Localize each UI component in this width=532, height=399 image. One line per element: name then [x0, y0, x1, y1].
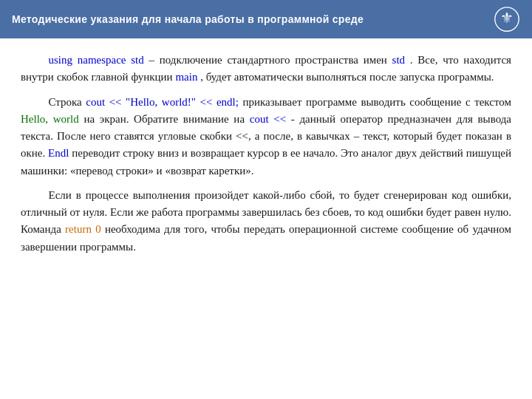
svg-text:⚜: ⚜: [500, 10, 514, 26]
code-std: std: [392, 54, 406, 66]
text-p2a: Строка: [49, 96, 86, 108]
text-p1a: – подключение стандартного пространства …: [149, 54, 392, 66]
header: Методические указания для начала работы …: [0, 0, 532, 38]
text-p2c: на экран. Обратите внимание на: [83, 113, 249, 125]
text-hello-world: Hello, world: [21, 113, 79, 125]
code-cout: cout << "Hello, world!" << endl;: [86, 96, 239, 108]
text-p2e: переводит строку вниз и возвращает курсо…: [21, 147, 511, 176]
text-endl: Endl: [48, 147, 69, 159]
content-area: using namespace std – подключение станда…: [0, 38, 532, 269]
paragraph-2: Строка cout << "Hello, world!" << endl; …: [21, 94, 511, 180]
text-p2b: приказывает программе выводить сообщение…: [242, 96, 511, 108]
header-title: Методические указания для начала работы …: [12, 13, 364, 25]
paragraph-1: using namespace std – подключение станда…: [21, 52, 511, 86]
paragraph-3: Если в процессе выполнения произойдет ка…: [21, 187, 511, 256]
header-emblem: ⚜: [494, 6, 520, 33]
code-return0: return 0: [65, 223, 101, 235]
code-main: main: [175, 71, 197, 83]
code-cout2: cout <<: [250, 113, 286, 125]
code-using: using namespace std: [49, 54, 144, 66]
text-p1c: , будет автоматически выполняться после …: [200, 71, 494, 83]
